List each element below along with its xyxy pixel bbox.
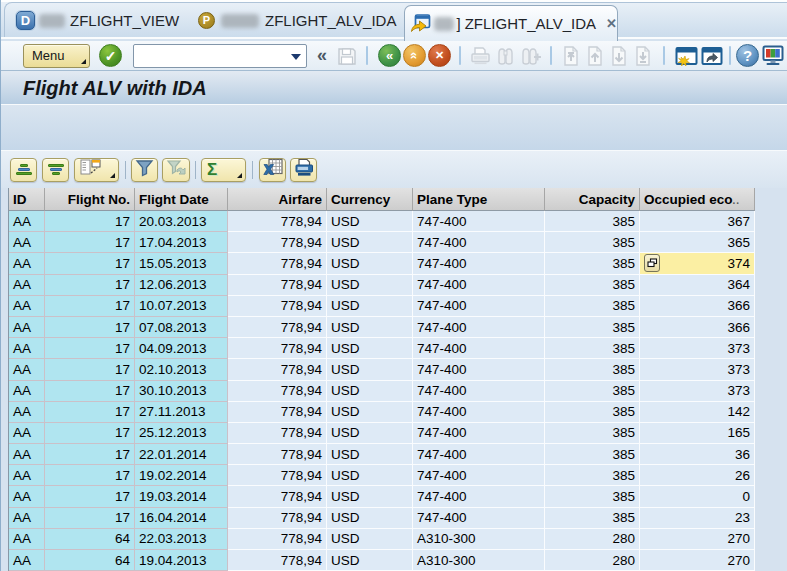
grid-cell[interactable]: 142 (640, 402, 755, 423)
last-page-icon[interactable] (632, 45, 654, 67)
grid-cell[interactable]: 747-400 (413, 338, 545, 359)
grid-cell[interactable]: USD (327, 402, 413, 423)
grid-cell[interactable]: AA (9, 486, 45, 507)
grid-cell[interactable]: AA (9, 529, 45, 550)
grid-cell[interactable]: 23 (640, 508, 755, 529)
grid-cell[interactable]: USD (327, 444, 413, 465)
grid-cell[interactable]: 17 (45, 486, 135, 507)
grid-cell[interactable]: 385 (545, 402, 640, 423)
grid-cell[interactable]: 17 (45, 296, 135, 317)
column-header[interactable]: Flight No. (45, 188, 135, 211)
grid-cell[interactable]: 778,94 (228, 211, 327, 232)
layout-select-button[interactable] (74, 158, 119, 182)
grid-cell[interactable]: 385 (545, 465, 640, 486)
previous-page-icon[interactable] (584, 45, 606, 67)
find-icon[interactable] (494, 45, 517, 67)
grid-cell[interactable]: USD (327, 253, 413, 274)
grid-cell[interactable]: 17 (45, 253, 135, 274)
grid-cell[interactable]: USD (327, 465, 413, 486)
grid-cell[interactable]: 778,94 (228, 338, 327, 359)
grid-cell[interactable]: 373 (640, 381, 755, 402)
grid-cell[interactable]: USD (327, 359, 413, 380)
grid-cell[interactable]: 747-400 (413, 253, 545, 274)
grid-cell[interactable]: 04.09.2013 (135, 338, 228, 359)
grid-cell[interactable]: AA (9, 423, 45, 444)
grid-cell[interactable]: 778,94 (228, 444, 327, 465)
grid-cell[interactable]: 778,94 (228, 508, 327, 529)
grid-cell[interactable]: 747-400 (413, 444, 545, 465)
grid-cell[interactable]: 778,94 (228, 423, 327, 444)
grid-cell[interactable]: USD (327, 423, 413, 444)
export-spreadsheet-button[interactable] (259, 158, 286, 182)
selected-cell[interactable]: 374 (640, 253, 755, 274)
grid-cell[interactable]: 64 (45, 550, 135, 571)
grid-cell[interactable]: 747-400 (413, 465, 545, 486)
grid-cell[interactable]: 30.10.2013 (135, 381, 228, 402)
grid-cell[interactable]: 12.06.2013 (135, 275, 228, 296)
grid-cell[interactable]: 365 (640, 232, 755, 253)
grid-cell[interactable]: AA (9, 296, 45, 317)
new-session-icon[interactable] (673, 45, 698, 67)
delete-filter-button[interactable] (162, 158, 190, 182)
grid-cell[interactable]: USD (327, 211, 413, 232)
grid-cell[interactable]: AA (9, 253, 45, 274)
command-input[interactable] (137, 46, 285, 66)
grid-cell[interactable]: USD (327, 381, 413, 402)
cell-detail-icon[interactable] (644, 254, 660, 272)
grid-cell[interactable]: 778,94 (228, 550, 327, 571)
first-page-icon[interactable] (560, 45, 582, 67)
grid-cell[interactable]: 373 (640, 359, 755, 380)
grid-cell[interactable]: A310-300 (413, 550, 545, 571)
customize-layout-icon[interactable] (761, 44, 785, 67)
combo-dropdown-icon[interactable] (291, 54, 301, 60)
grid-cell[interactable]: 778,94 (228, 529, 327, 550)
grid-cell[interactable]: 778,94 (228, 359, 327, 380)
grid-cell[interactable]: 385 (545, 232, 640, 253)
tab-zflight-alv-ida-active[interactable]: ] ZFLIGHT_ALV_IDA ✕ (404, 5, 618, 41)
grid-cell[interactable]: 778,94 (228, 232, 327, 253)
grid-cell[interactable]: 17 (45, 338, 135, 359)
grid-cell[interactable]: 747-400 (413, 402, 545, 423)
grid-cell[interactable]: AA (9, 402, 45, 423)
grid-cell[interactable]: 17 (45, 359, 135, 380)
grid-cell[interactable]: 27.11.2013 (135, 402, 228, 423)
grid-cell[interactable]: USD (327, 486, 413, 507)
grid-cell[interactable]: AA (9, 317, 45, 338)
grid-cell[interactable]: 747-400 (413, 211, 545, 232)
grid-cell[interactable]: 19.04.2013 (135, 550, 228, 571)
column-header[interactable]: Currency (327, 188, 413, 211)
grid-cell[interactable]: AA (9, 508, 45, 529)
tab-zflight-view[interactable]: D ZFLIGHT_VIEW (16, 2, 179, 39)
grid-cell[interactable]: 17 (45, 423, 135, 444)
grid-cell[interactable]: 270 (640, 550, 755, 571)
grid-cell[interactable]: 385 (545, 359, 640, 380)
grid-cell[interactable]: 778,94 (228, 465, 327, 486)
grid-cell[interactable]: 778,94 (228, 296, 327, 317)
tab-zflight-alv-ida[interactable]: P ZFLIGHT_ALV_IDA (198, 2, 396, 39)
print-button[interactable] (290, 158, 317, 182)
grid-cell[interactable]: 19.02.2014 (135, 465, 228, 486)
grid-cell[interactable]: 17 (45, 402, 135, 423)
grid-cell[interactable]: 15.05.2013 (135, 253, 228, 274)
grid-cell[interactable]: AA (9, 211, 45, 232)
grid-cell[interactable]: 385 (545, 275, 640, 296)
grid-cell[interactable]: 17 (45, 211, 135, 232)
grid-cell[interactable]: AA (9, 338, 45, 359)
grid-cell[interactable]: A310-300 (413, 529, 545, 550)
grid-cell[interactable]: AA (9, 275, 45, 296)
grid-cell[interactable]: 10.07.2013 (135, 296, 228, 317)
enter-icon[interactable]: ✓ (99, 44, 122, 67)
grid-cell[interactable]: 385 (545, 381, 640, 402)
grid-cell[interactable]: 02.10.2013 (135, 359, 228, 380)
help-icon[interactable]: ? (736, 44, 759, 67)
grid-cell[interactable]: USD (327, 317, 413, 338)
grid-cell[interactable]: 270 (640, 529, 755, 550)
column-header[interactable]: Flight Date (135, 188, 228, 211)
grid-cell[interactable]: 385 (545, 338, 640, 359)
column-header[interactable]: ID (9, 188, 45, 211)
grid-cell[interactable]: 20.03.2013 (135, 211, 228, 232)
grid-cell[interactable]: 364 (640, 275, 755, 296)
grid-cell[interactable]: 64 (45, 529, 135, 550)
grid-cell[interactable]: 778,94 (228, 381, 327, 402)
grid-cell[interactable]: 17 (45, 508, 135, 529)
